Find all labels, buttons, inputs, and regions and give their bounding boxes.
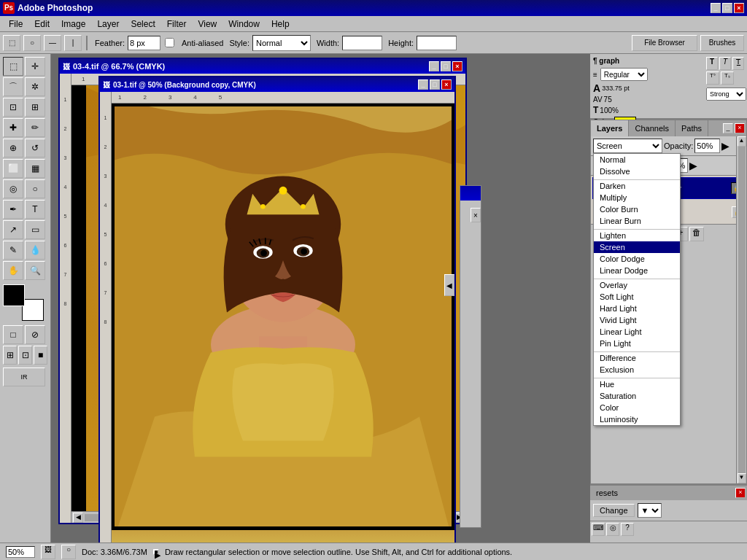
doc-bg-maximize[interactable]: □ — [441, 61, 451, 71]
blend-mode-select[interactable]: Screen — [593, 139, 662, 153]
blend-screen[interactable]: Screen — [594, 241, 680, 253]
tool-move[interactable]: ✛ — [25, 57, 45, 76]
panel-close[interactable]: × — [735, 123, 745, 133]
feather-input[interactable] — [128, 36, 160, 50]
blend-dissolve[interactable]: Dissolve — [594, 166, 680, 177]
blend-normal[interactable]: Normal — [594, 154, 680, 166]
menu-filter[interactable]: Filter — [161, 18, 193, 31]
menu-select[interactable]: Select — [125, 18, 160, 31]
tool-hand[interactable]: ✋ — [3, 261, 23, 280]
blend-luminosity[interactable]: Luminosity — [594, 413, 680, 425]
tool-slice[interactable]: ⊞ — [25, 98, 45, 117]
tool-dodge[interactable]: ○ — [25, 179, 45, 198]
minimize-button[interactable]: _ — [711, 3, 721, 13]
blend-pin-light[interactable]: Pin Light — [594, 338, 680, 349]
tool-brush[interactable]: ✏ — [25, 118, 45, 137]
tool-pen[interactable]: ✒ — [3, 200, 23, 219]
tool-eyedropper[interactable]: 💧 — [25, 241, 45, 260]
toolbar-marquee-row[interactable]: — — [44, 35, 61, 51]
bold-button[interactable]: T — [706, 57, 718, 70]
quick-mask-mode[interactable]: ⊘ — [25, 325, 45, 344]
doc-fg-close[interactable]: × — [441, 79, 452, 90]
blend-linear-light[interactable]: Linear Light — [594, 326, 680, 338]
tool-zoom[interactable]: 🔍 — [25, 261, 45, 280]
tool-magic-wand[interactable]: ✲ — [25, 77, 45, 96]
status-icon1[interactable]: 🖼 — [41, 545, 55, 559]
blend-soft-light[interactable]: Soft Light — [594, 291, 680, 303]
change-button[interactable]: Change — [593, 504, 635, 517]
background-color-swatch[interactable] — [22, 299, 44, 321]
anti-aliased-checkbox[interactable] — [165, 38, 174, 47]
tool-healing[interactable]: ✚ — [3, 118, 23, 137]
blend-vivid-light[interactable]: Vivid Light — [594, 314, 680, 326]
tool-type[interactable]: T — [25, 200, 45, 219]
subscript-button[interactable]: Tₛ — [721, 71, 734, 85]
menu-file[interactable]: File — [3, 18, 28, 31]
doc-bg-close[interactable]: × — [452, 61, 462, 71]
menu-edit[interactable]: Edit — [28, 18, 55, 31]
blend-saturation[interactable]: Saturation — [594, 390, 680, 402]
scroll-up[interactable]: ▲ — [738, 136, 746, 147]
blend-multiply[interactable]: Multiply — [594, 192, 680, 203]
third-win-close[interactable]: × — [471, 208, 481, 222]
status-icon2[interactable]: ○ — [61, 545, 76, 559]
file-browser-button[interactable]: File Browser — [632, 35, 697, 51]
tool-gradient[interactable]: ▦ — [25, 159, 45, 178]
opacity-input[interactable] — [694, 139, 720, 153]
tab-resets[interactable]: resets — [590, 487, 624, 499]
maximize-button[interactable]: □ — [722, 3, 732, 13]
underline-button[interactable]: T̲ — [732, 57, 744, 70]
menu-help[interactable]: Help — [266, 18, 295, 31]
tool-shape[interactable]: ▭ — [25, 220, 45, 239]
width-input[interactable] — [342, 36, 382, 50]
blend-darken[interactable]: Darken — [594, 180, 680, 192]
doc-fg-maximize[interactable]: □ — [430, 79, 440, 90]
type-style-select[interactable]: Strong — [706, 88, 746, 101]
standard-mode[interactable]: □ — [3, 325, 23, 344]
screen-mode-full-menu[interactable]: ⊡ — [18, 346, 32, 365]
screen-mode-standard[interactable]: ⊞ — [3, 346, 17, 365]
menu-image[interactable]: Image — [55, 18, 91, 31]
tool-clone[interactable]: ⊕ — [3, 139, 23, 158]
menu-layer[interactable]: Layer — [91, 18, 125, 31]
height-input[interactable] — [417, 36, 457, 50]
tool-history[interactable]: ↺ — [25, 139, 45, 158]
scroll-down[interactable]: ▼ — [738, 473, 746, 483]
tool-path[interactable]: ↗ — [3, 220, 23, 239]
blend-color[interactable]: Color — [594, 402, 680, 413]
blend-hard-light[interactable]: Hard Light — [594, 303, 680, 314]
imageready-button[interactable]: IR — [3, 368, 45, 386]
screen-mode-full[interactable]: ■ — [34, 346, 47, 365]
tool-eraser[interactable]: ⬜ — [3, 159, 23, 178]
bp-btn1[interactable]: ⌨ — [592, 523, 605, 536]
foreground-color-swatch[interactable] — [3, 284, 25, 306]
bottom-panel-close[interactable]: × — [735, 488, 746, 498]
tab-channels[interactable]: Channels — [629, 120, 675, 136]
tab-layers[interactable]: Layers — [591, 120, 629, 136]
panel-minimize[interactable]: _ — [723, 123, 733, 133]
delete-layer-btn[interactable]: 🗑 — [689, 227, 704, 241]
scroll-left[interactable]: ◀ — [73, 513, 83, 523]
brushes-button[interactable]: Brushes — [700, 35, 744, 51]
blend-difference[interactable]: Difference — [594, 352, 680, 364]
tab-paths[interactable]: Paths — [676, 120, 708, 136]
blend-exclusion[interactable]: Exclusion — [594, 364, 680, 376]
blend-overlay[interactable]: Overlay — [594, 279, 680, 291]
status-arrow[interactable]: ▶ — [153, 549, 159, 555]
close-button[interactable]: × — [734, 3, 744, 13]
blend-lighten[interactable]: Lighten — [594, 230, 680, 241]
fill-arrow[interactable]: ▶ — [689, 160, 697, 171]
italic-button[interactable]: T — [719, 57, 731, 70]
tool-marquee[interactable]: ⬚ — [3, 57, 23, 76]
tool-blur[interactable]: ◎ — [3, 179, 23, 198]
tool-notes[interactable]: ✎ — [3, 241, 23, 260]
doc-fg-minimize[interactable]: _ — [418, 79, 428, 90]
style-select[interactable]: Normal Fixed Ratio Fixed Size — [252, 35, 311, 51]
superscript-button[interactable]: Tˢ — [706, 71, 719, 85]
toolbar-marquee-ellipse[interactable]: ○ — [23, 35, 41, 51]
bp-btn3[interactable]: ? — [621, 523, 634, 536]
nav-button[interactable]: ◀ — [444, 274, 454, 296]
zoom-input[interactable] — [6, 546, 35, 558]
bp-btn2[interactable]: ◎ — [606, 523, 619, 536]
blend-hue[interactable]: Hue — [594, 378, 680, 390]
